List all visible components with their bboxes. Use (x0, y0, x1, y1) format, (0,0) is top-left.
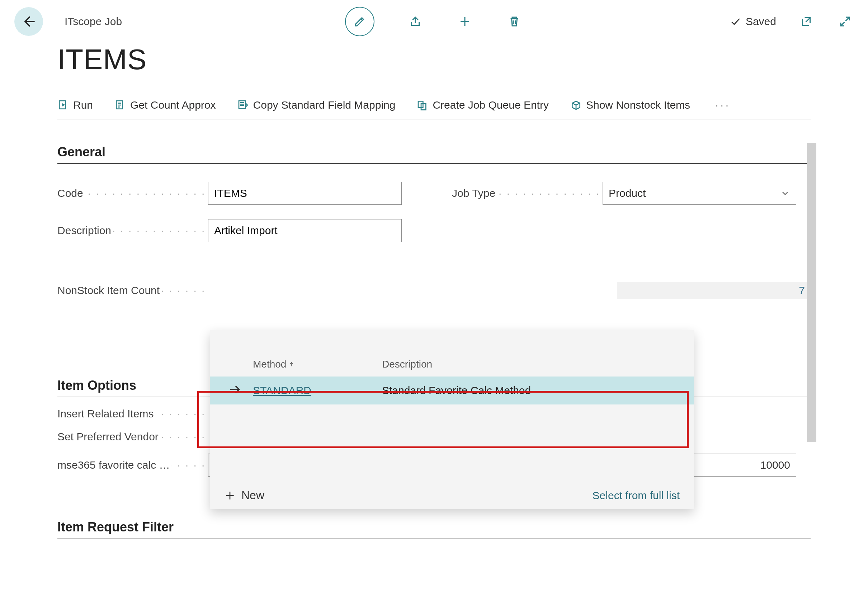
box-icon (570, 99, 582, 111)
job-type-select[interactable]: Product (603, 182, 796, 205)
dropdown-col-method[interactable]: Method (253, 359, 346, 370)
favorite-calc-dropdown: Method Description STANDARD Standard Fav… (210, 330, 694, 509)
action-get-count-label: Get Count Approx (130, 99, 215, 111)
label-description: Description (57, 225, 208, 237)
section-general-rule (57, 163, 811, 164)
arrow-right-icon (228, 382, 242, 397)
expand-icon (839, 15, 851, 28)
action-create-queue[interactable]: Create Job Queue Entry (417, 99, 549, 111)
breadcrumb: ITscope Job (65, 15, 122, 28)
svg-rect-4 (421, 104, 426, 110)
dropdown-col-description[interactable]: Description (382, 359, 432, 370)
job-type-value: Product (609, 187, 646, 199)
page-title: ITEMS (57, 43, 811, 76)
arrow-left-icon (22, 14, 36, 29)
action-create-queue-label: Create Job Queue Entry (432, 99, 549, 111)
share-icon (409, 15, 422, 28)
save-status-label: Saved (746, 15, 776, 28)
label-favorite-calc: mse365 favorite calc … (57, 459, 208, 471)
popout-icon (800, 15, 813, 28)
section-irf-rule (57, 538, 811, 539)
chevron-down-icon (780, 188, 790, 198)
label-code: Code (57, 187, 208, 199)
row-selected-indicator (228, 382, 253, 399)
sort-asc-icon (288, 361, 295, 367)
share-button[interactable] (407, 13, 424, 30)
label-nonstock-count: NonStock Item Count (57, 284, 208, 296)
section-item-request-filter[interactable]: Item Request Filter (57, 519, 811, 535)
action-more[interactable]: ··· (711, 99, 731, 111)
mid-divider (57, 271, 811, 271)
queue-icon (417, 99, 428, 111)
edit-button[interactable] (345, 7, 375, 36)
run-icon (57, 99, 69, 111)
save-status: Saved (730, 15, 776, 28)
plus-icon (459, 15, 471, 28)
expand-button[interactable] (837, 13, 854, 30)
scrollbar-thumb[interactable] (807, 143, 816, 442)
content-scrollbar[interactable] (807, 143, 816, 442)
trash-icon (508, 15, 521, 28)
back-button[interactable] (14, 7, 43, 36)
action-show-nonstock[interactable]: Show Nonstock Items (570, 99, 690, 111)
new-button[interactable] (456, 13, 473, 30)
action-show-nonstock-label: Show Nonstock Items (586, 99, 690, 111)
dropdown-full-list[interactable]: Select from full list (592, 490, 680, 502)
page-icon (115, 99, 126, 111)
action-run-label: Run (73, 99, 93, 111)
dropdown-new[interactable]: New (224, 489, 264, 502)
action-copy-mapping[interactable]: Copy Standard Field Mapping (237, 99, 395, 111)
description-input[interactable] (208, 219, 402, 242)
popout-button[interactable] (798, 13, 815, 30)
dropdown-new-label: New (242, 489, 264, 502)
check-icon (730, 16, 741, 27)
mapping-icon (237, 99, 249, 111)
label-job-type: Job Type (452, 187, 603, 199)
pencil-icon (353, 15, 366, 28)
nonstock-count-value[interactable]: 7 (617, 282, 811, 299)
label-insert-related: Insert Related Items (57, 408, 208, 420)
section-general[interactable]: General (57, 144, 811, 160)
dropdown-desc-value: Standard Favorite Calc Method (382, 384, 531, 397)
action-copy-mapping-label: Copy Standard Field Mapping (253, 99, 395, 111)
action-run[interactable]: Run (57, 99, 93, 111)
svg-rect-2 (239, 101, 246, 108)
dropdown-method-value[interactable]: STANDARD (253, 384, 346, 397)
dropdown-row-standard[interactable]: STANDARD Standard Favorite Calc Method (210, 377, 694, 405)
action-get-count[interactable]: Get Count Approx (115, 99, 215, 111)
code-input[interactable] (208, 182, 402, 205)
delete-button[interactable] (506, 13, 523, 30)
plus-icon (224, 490, 236, 501)
label-set-pref-vendor: Set Preferred Vendor (57, 431, 208, 443)
